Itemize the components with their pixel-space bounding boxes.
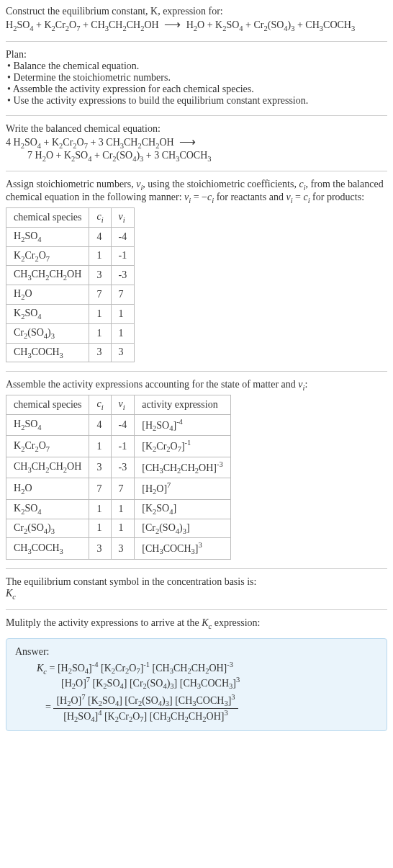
table-row: H2SO44-4[H2SO4]-4 [6, 414, 231, 435]
cell-vi: -4 [111, 414, 135, 435]
stoich-block: Assign stoichiometric numbers, νi, using… [6, 179, 387, 362]
table-row: K2Cr2O71-1[K2Cr2O7]-1 [6, 436, 231, 457]
plan-item: • Determine the stoichiometric numbers. [7, 72, 387, 84]
answer-numerator: [H2O]7 [K2SO4] [Cr2(SO4)3] [CH3COCH3]3 [53, 693, 238, 708]
col-ci: ci [89, 395, 111, 415]
answer-line1: Kc = [H2SO4]-4 [K2Cr2O7]-1 [CH3CH2CH2OH]… [37, 661, 378, 675]
cell-activity: [H2SO4]-4 [135, 414, 230, 435]
table-row: CH3COCH333 [6, 343, 135, 362]
divider [6, 171, 387, 171]
intro-equation: H2SO4 + K2Cr2O7 + CH3CH2CH2OH ⟶ H2O + K2… [6, 17, 387, 32]
cell-ci: 1 [89, 323, 111, 343]
cell-vi: -3 [111, 457, 135, 478]
cell-species: K2SO4 [6, 499, 89, 519]
divider [6, 371, 387, 372]
answer-expression: Kc = [H2SO4]-4 [K2Cr2O7]-1 [CH3CH2CH2OH]… [37, 661, 378, 723]
cell-vi: 1 [111, 519, 135, 538]
cell-ci: 1 [89, 246, 111, 266]
cell-species: H2SO4 [6, 414, 89, 435]
plan-item: • Balance the chemical equation. [7, 61, 387, 72]
table-row: H2O77[H2O]7 [6, 478, 231, 499]
intro-lhs: H2SO4 + K2Cr2O7 + CH3CH2CH2OH [6, 19, 159, 30]
intro-line1: Construct the equilibrium constant, K, e… [6, 6, 387, 17]
symbol-kc: Kc [6, 588, 387, 601]
multiply-heading: Mulitply the activity expressions to arr… [6, 617, 387, 630]
balanced-lhs: 4 H2SO4 + K2Cr2O7 + 3 CH3CH2CH2OH [6, 137, 174, 148]
cell-ci: 1 [89, 436, 111, 457]
plan-item: • Use the activity expressions to build … [7, 95, 387, 107]
table-row: H2O77 [6, 285, 135, 305]
cell-activity: [H2O]7 [135, 478, 230, 499]
cell-ci: 3 [89, 266, 111, 285]
divider [6, 41, 387, 42]
symbol-block: The equilibrium constant symbol in the c… [6, 576, 387, 601]
multiply-block: Mulitply the activity expressions to arr… [6, 617, 387, 630]
cell-ci: 4 [89, 227, 111, 246]
balanced-equation: 4 H2SO4 + K2Cr2O7 + 3 CH3CH2CH2OH ⟶ 7 H2… [6, 135, 387, 163]
col-species: chemical species [6, 207, 89, 227]
activity-block: Assemble the activity expressions accoun… [6, 379, 387, 559]
cell-activity: [CH3CH2CH2OH]-3 [135, 457, 230, 478]
table-row: K2SO411 [6, 304, 135, 323]
cell-species: K2Cr2O7 [6, 246, 89, 266]
table-row: K2Cr2O71-1 [6, 246, 135, 266]
plan-item: • Assemble the activity expression for e… [7, 84, 387, 95]
cell-species: CH3COCH3 [6, 343, 89, 362]
cell-ci: 3 [89, 457, 111, 478]
cell-species: H2O [6, 285, 89, 305]
cell-species: H2O [6, 478, 89, 499]
table-header-row: chemical species ci νi activity expressi… [6, 395, 231, 415]
answer-label: Answer: [15, 646, 378, 658]
table-row: Cr2(SO4)311 [6, 323, 135, 343]
col-species: chemical species [6, 395, 89, 415]
cell-ci: 3 [89, 343, 111, 362]
table-row: CH3CH2CH2OH3-3 [6, 266, 135, 285]
cell-vi: 3 [111, 343, 135, 362]
cell-activity: [K2Cr2O7]-1 [135, 436, 230, 457]
divider [6, 568, 387, 569]
cell-ci: 4 [89, 414, 111, 435]
intro-rhs: H2O + K2SO4 + Cr2(SO4)3 + CH3COCH3 [186, 19, 356, 30]
cell-vi: 3 [111, 538, 135, 559]
cell-species: H2SO4 [6, 227, 89, 246]
answer-line2: [H2O]7 [K2SO4] [Cr2(SO4)3] [CH3COCH3]3 [61, 676, 378, 690]
cell-vi: 1 [111, 499, 135, 519]
cell-vi: -3 [111, 266, 135, 285]
cell-species: K2Cr2O7 [6, 436, 89, 457]
col-vi: νi [111, 395, 135, 415]
answer-fraction-row: = [H2O]7 [K2SO4] [Cr2(SO4)3] [CH3COCH3]3… [45, 693, 378, 723]
table-row: Cr2(SO4)311[Cr2(SO4)3] [6, 519, 231, 538]
cell-activity: [Cr2(SO4)3] [135, 519, 230, 538]
cell-ci: 7 [89, 478, 111, 499]
balanced-block: Write the balanced chemical equation: 4 … [6, 123, 387, 163]
answer-box: Answer: Kc = [H2SO4]-4 [K2Cr2O7]-1 [CH3C… [6, 638, 387, 731]
table-row: K2SO411[K2SO4] [6, 499, 231, 519]
table-row: H2SO44-4 [6, 227, 135, 246]
activity-table: chemical species ci νi activity expressi… [6, 395, 231, 560]
arrow-icon: ⟶ [176, 135, 199, 148]
plan-heading: Plan: [6, 49, 387, 61]
cell-species: Cr2(SO4)3 [6, 519, 89, 538]
cell-ci: 1 [89, 519, 111, 538]
col-ci: ci [89, 207, 111, 227]
equals-sign: = [45, 702, 53, 712]
plan-block: Plan: • Balance the chemical equation. •… [6, 49, 387, 107]
cell-ci: 3 [89, 538, 111, 559]
stoich-table: chemical species ci νi H2SO44-4 K2Cr2O71… [6, 207, 135, 362]
cell-activity: [CH3COCH3]3 [135, 538, 230, 559]
cell-vi: 7 [111, 285, 135, 305]
cell-species: Cr2(SO4)3 [6, 323, 89, 343]
table-row: CH3CH2CH2OH3-3[CH3CH2CH2OH]-3 [6, 457, 231, 478]
table-row: CH3COCH333[CH3COCH3]3 [6, 538, 231, 559]
activity-heading: Assemble the activity expressions accoun… [6, 379, 387, 392]
divider [6, 609, 387, 610]
cell-vi: 1 [111, 323, 135, 343]
intro-block: Construct the equilibrium constant, K, e… [6, 6, 387, 32]
stoich-text: Assign stoichiometric numbers, νi, using… [6, 179, 387, 205]
balanced-heading: Write the balanced chemical equation: [6, 123, 387, 135]
cell-vi: -1 [111, 246, 135, 266]
cell-vi: 7 [111, 478, 135, 499]
answer-fraction: [H2O]7 [K2SO4] [Cr2(SO4)3] [CH3COCH3]3 [… [53, 693, 238, 723]
col-activity: activity expression [135, 395, 230, 415]
cell-vi: 1 [111, 304, 135, 323]
